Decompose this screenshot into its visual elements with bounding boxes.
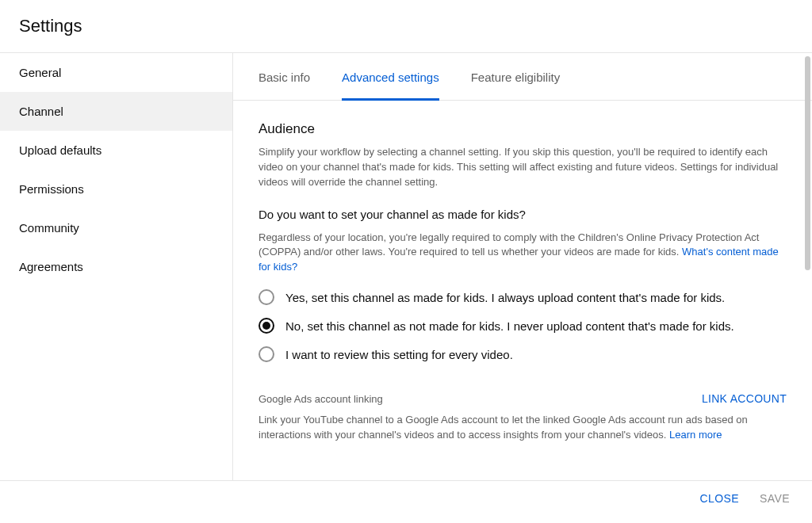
radio-label: I want to review this setting for every …	[285, 348, 513, 361]
sidebar-item-channel[interactable]: Channel	[0, 92, 232, 131]
radio-no-not-made-for-kids[interactable]: No, set this channel as not made for kid…	[259, 318, 787, 334]
link-account-button[interactable]: LINK ACCOUNT	[702, 392, 787, 405]
radio-label: No, set this channel as not made for kid…	[285, 319, 734, 333]
tab-advanced-settings[interactable]: Advanced settings	[342, 53, 439, 101]
radio-label: Yes, set this channel as made for kids. …	[285, 291, 725, 304]
audience-legal-text: Regardless of your location, you're lega…	[259, 231, 787, 276]
ads-linking-learn-more-link[interactable]: Learn more	[669, 429, 722, 441]
dialog-header: Settings	[0, 0, 812, 53]
audience-question: Do you want to set your channel as made …	[259, 208, 787, 221]
advanced-settings-content: Audience Simplify your workflow by selec…	[259, 101, 812, 468]
audience-title: Audience	[259, 121, 787, 137]
close-button[interactable]: CLOSE	[700, 492, 739, 505]
radio-icon	[259, 289, 274, 305]
main-content: Basic info Advanced settings Feature eli…	[233, 53, 812, 480]
sidebar-item-permissions[interactable]: Permissions	[0, 170, 232, 208]
sidebar-item-agreements[interactable]: Agreements	[0, 247, 232, 286]
tab-basic-info[interactable]: Basic info	[259, 53, 310, 101]
ads-linking-description: Link your YouTube channel to a Google Ad…	[259, 413, 787, 443]
radio-yes-made-for-kids[interactable]: Yes, set this channel as made for kids. …	[259, 289, 787, 305]
radio-icon	[259, 318, 274, 334]
tabs: Basic info Advanced settings Feature eli…	[233, 53, 812, 101]
audience-description: Simplify your workflow by selecting a ch…	[259, 145, 787, 190]
sidebar: General Channel Upload defaults Permissi…	[0, 53, 233, 480]
audience-radio-group: Yes, set this channel as made for kids. …	[259, 289, 787, 362]
dialog-footer: CLOSE SAVE	[0, 481, 812, 516]
scrollbar-thumb[interactable]	[805, 56, 810, 270]
sidebar-item-general[interactable]: General	[0, 53, 232, 92]
radio-review-every-video[interactable]: I want to review this setting for every …	[259, 346, 787, 362]
dialog-body: General Channel Upload defaults Permissi…	[0, 53, 812, 481]
tab-feature-eligibility[interactable]: Feature eligibility	[471, 53, 561, 101]
save-button[interactable]: SAVE	[760, 492, 790, 505]
ads-linking-header-row: Google Ads account linking LINK ACCOUNT	[259, 392, 787, 405]
sidebar-item-community[interactable]: Community	[0, 208, 232, 247]
radio-icon	[259, 346, 274, 362]
ads-linking-title: Google Ads account linking	[259, 393, 383, 405]
page-title: Settings	[19, 16, 793, 36]
sidebar-item-upload-defaults[interactable]: Upload defaults	[0, 131, 232, 170]
